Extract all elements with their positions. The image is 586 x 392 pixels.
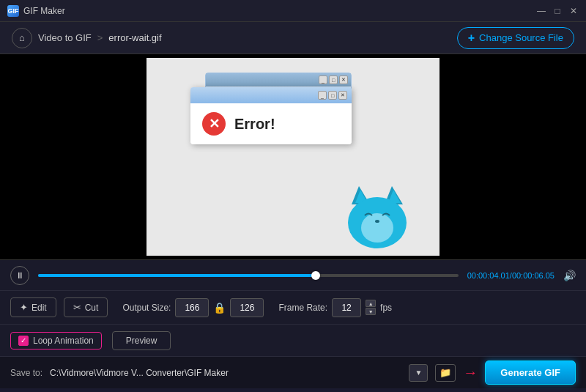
frame-rate-input[interactable] bbox=[332, 298, 361, 317]
volume-icon[interactable]: 🔊 bbox=[563, 270, 576, 281]
total-time: 00:00:06.05 bbox=[512, 271, 555, 280]
svg-point-5 bbox=[361, 213, 393, 243]
breadcrumb-current: error-wait.gif bbox=[108, 32, 161, 43]
change-source-button[interactable]: + Change Source File bbox=[457, 27, 574, 49]
height-input[interactable] bbox=[230, 298, 264, 317]
window-controls: — □ ✕ bbox=[536, 6, 579, 16]
cut-label: Cut bbox=[85, 303, 99, 313]
options-bar: ✓ Loop Animation Preview bbox=[0, 324, 586, 356]
lock-icon[interactable]: 🔒 bbox=[213, 302, 226, 314]
cut-icon: ✂ bbox=[73, 302, 81, 313]
breadcrumb-separator: > bbox=[97, 32, 103, 43]
error-dialog-body: ✕ Error! bbox=[190, 103, 352, 144]
folder-icon: 📁 bbox=[440, 367, 451, 378]
svg-point-6 bbox=[375, 220, 379, 223]
error-dialog: _ □ ✕ ✕ Error! bbox=[190, 87, 352, 144]
bg-dialog-btn2: □ bbox=[329, 75, 338, 84]
dialog-close: ✕ bbox=[338, 91, 347, 100]
output-size-group: Output Size: 🔒 bbox=[122, 298, 264, 317]
width-input[interactable] bbox=[175, 298, 209, 317]
spin-up-button[interactable]: ▲ bbox=[366, 300, 376, 307]
title-bar: GIF GIF Maker — □ ✕ bbox=[0, 0, 586, 22]
save-dropdown-button[interactable]: ▼ bbox=[409, 364, 428, 382]
edit-label: Edit bbox=[31, 303, 47, 313]
maximize-button[interactable]: □ bbox=[552, 6, 563, 16]
breadcrumb-parent: Video to GIF bbox=[38, 32, 92, 43]
cat-illustration bbox=[344, 182, 418, 248]
minimize-button[interactable]: — bbox=[536, 6, 546, 16]
bg-dialog-btn1: _ bbox=[319, 75, 327, 84]
generate-gif-button[interactable]: Generate GIF bbox=[485, 360, 576, 385]
dialog-minimize: _ bbox=[318, 91, 327, 100]
progress-fill bbox=[38, 274, 316, 277]
bg-dialog-btn3: ✕ bbox=[339, 75, 348, 84]
edit-button[interactable]: ✦ Edit bbox=[10, 297, 56, 317]
tools-bar: ✦ Edit ✂ Cut Output Size: 🔒 Frame Rate: … bbox=[0, 290, 586, 324]
bg-dialog-titlebar: _ □ ✕ bbox=[206, 73, 351, 86]
fps-label: fps bbox=[380, 303, 392, 313]
cut-button[interactable]: ✂ Cut bbox=[64, 297, 108, 317]
breadcrumb: ⌂ Video to GIF > error-wait.gif bbox=[12, 28, 162, 48]
home-icon: ⌂ bbox=[19, 32, 25, 43]
loop-animation-group[interactable]: ✓ Loop Animation bbox=[10, 332, 102, 350]
arrow-indicator: → bbox=[463, 364, 478, 381]
current-time: 00:00:04.01 bbox=[467, 271, 510, 280]
close-button[interactable]: ✕ bbox=[568, 6, 579, 16]
app-icon: GIF bbox=[7, 5, 19, 17]
save-folder-button[interactable]: 📁 bbox=[435, 364, 456, 382]
change-source-label: Change Source File bbox=[479, 32, 563, 43]
error-text: Error! bbox=[234, 116, 275, 133]
output-size-label: Output Size: bbox=[122, 303, 171, 313]
loop-animation-checkbox[interactable]: ✓ bbox=[18, 336, 29, 346]
error-dialog-buttons: _ □ ✕ bbox=[318, 91, 347, 100]
spinbox-arrows: ▲ ▼ bbox=[366, 300, 376, 315]
plus-icon: + bbox=[468, 32, 475, 45]
progress-thumb bbox=[311, 271, 320, 280]
dialog-maximize: □ bbox=[328, 91, 337, 100]
preview-button[interactable]: Preview bbox=[112, 331, 171, 350]
home-button[interactable]: ⌂ bbox=[12, 28, 32, 48]
title-bar-left: GIF GIF Maker bbox=[7, 5, 65, 17]
error-x-icon: ✕ bbox=[209, 116, 220, 132]
progress-track[interactable] bbox=[38, 274, 459, 277]
frame-rate-label: Frame Rate: bbox=[278, 303, 327, 313]
pause-button[interactable]: ⏸ bbox=[10, 266, 29, 285]
time-display: 00:00:04.01/00:00:06.05 bbox=[467, 271, 555, 280]
save-bar: Save to: C:\Vidmore\Vidmore V... Convert… bbox=[0, 356, 586, 388]
nav-bar: ⌂ Video to GIF > error-wait.gif + Change… bbox=[0, 22, 586, 54]
app-title: GIF Maker bbox=[23, 6, 65, 16]
edit-icon: ✦ bbox=[20, 302, 28, 313]
pause-icon: ⏸ bbox=[15, 270, 24, 281]
gif-preview: _ □ ✕ _ □ ✕ ✕ bbox=[146, 58, 440, 256]
loop-animation-label: Loop Animation bbox=[33, 336, 94, 346]
save-to-label: Save to: bbox=[10, 368, 42, 378]
save-path: C:\Vidmore\Vidmore V... Converter\GIF Ma… bbox=[50, 368, 401, 378]
error-dialog-titlebar: _ □ ✕ bbox=[190, 87, 352, 103]
error-icon: ✕ bbox=[202, 112, 226, 136]
frame-rate-group: Frame Rate: ▲ ▼ fps bbox=[278, 298, 392, 317]
video-preview-area: _ □ ✕ _ □ ✕ ✕ bbox=[0, 54, 586, 259]
gif-background: _ □ ✕ _ □ ✕ ✕ bbox=[146, 58, 440, 256]
spin-down-button[interactable]: ▼ bbox=[366, 308, 376, 315]
playback-bar: ⏸ 00:00:04.01/00:00:06.05 🔊 bbox=[0, 259, 586, 290]
